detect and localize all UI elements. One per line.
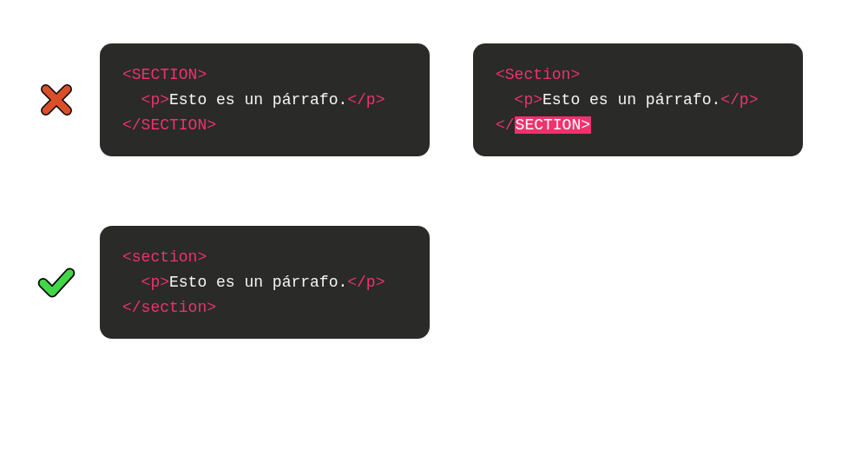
- code-token: <SECTION>: [122, 66, 207, 83]
- code-token: <section>: [122, 248, 207, 266]
- code-block-good: <section> <p>Esto es un párrafo.</p> </s…: [100, 226, 430, 339]
- code-token: </SECTION>: [122, 116, 216, 134]
- bad-examples-row: <SECTION> <p>Esto es un párrafo.</p> </S…: [30, 43, 803, 156]
- code-text: Esto es un párrafo.: [542, 91, 720, 109]
- code-token: </p>: [347, 274, 385, 291]
- code-token-highlight: SECTION>: [515, 116, 591, 134]
- code-token: </p>: [720, 91, 758, 109]
- good-codeblocks: <section> <p>Esto es un párrafo.</p> </s…: [100, 226, 430, 339]
- code-token: <p>: [141, 91, 169, 109]
- good-example-row: <section> <p>Esto es un párrafo.</p> </s…: [30, 226, 430, 339]
- code-token: </section>: [122, 299, 216, 316]
- check-icon: [30, 262, 82, 302]
- code-text: Esto es un párrafo.: [169, 91, 347, 109]
- code-token: </: [496, 116, 515, 134]
- code-token: <p>: [515, 91, 542, 109]
- bad-codeblocks: <SECTION> <p>Esto es un párrafo.</p> </S…: [100, 43, 803, 156]
- code-text: Esto es un párrafo.: [169, 274, 347, 291]
- code-token: <p>: [141, 274, 169, 291]
- cross-icon: [30, 82, 82, 118]
- code-block-bad-mixed: <Section> <p>Esto es un párrafo.</p> </S…: [473, 43, 803, 156]
- code-block-bad-uppercase: <SECTION> <p>Esto es un párrafo.</p> </S…: [100, 43, 430, 156]
- code-token: </p>: [347, 91, 385, 109]
- code-token: <Section>: [496, 66, 580, 83]
